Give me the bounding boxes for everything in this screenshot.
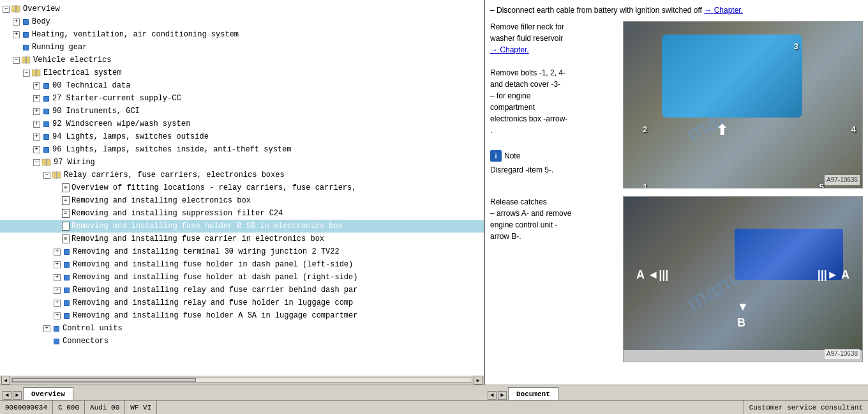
label-control-units: Control units: [63, 323, 123, 334]
label-removing-electronics: Removing and installing electronics box: [71, 195, 251, 206]
tree-item-removing-relay-luggage[interactable]: +Removing and installing relay and fuse …: [0, 296, 484, 309]
expand-icon-overview[interactable]: −: [3, 6, 10, 13]
diamond-icon-removing-fuse-dash-left: [62, 260, 71, 269]
label-97-wiring: 97 Wiring: [54, 157, 95, 168]
label-96-lights-in: 96 Lights, lamps, switches inside, anti-…: [52, 144, 291, 155]
tree-item-27-starter[interactable]: +27 Starter-current supply-CC: [0, 92, 484, 105]
expand-icon-removing-relay-dash[interactable]: +: [54, 287, 61, 294]
expand-icon-00-tech[interactable]: +: [33, 82, 40, 89]
hscroll-track[interactable]: [11, 378, 472, 383]
scroll-right-btn[interactable]: ►: [474, 376, 483, 385]
label-body: Body: [32, 16, 50, 27]
tree-item-90-instruments[interactable]: +90 Instruments, GCI: [0, 105, 484, 118]
expand-icon-removing-electronics[interactable]: [54, 197, 61, 204]
label-b: ▼B: [737, 299, 749, 331]
chapter-link-1[interactable]: → Chapter.: [704, 6, 743, 15]
label-removing-relay-dash: Removing and installing relay and fuse c…: [73, 284, 357, 296]
tree-item-control-units[interactable]: +Control units: [0, 322, 484, 335]
label-connectors: Connectors: [63, 335, 108, 347]
nav-arrow-doc-left[interactable]: ◄: [488, 391, 497, 400]
tree-item-removing-relay-dash[interactable]: +Removing and installing relay and fuse …: [0, 284, 484, 296]
expand-icon-overview-fitting[interactable]: [54, 184, 61, 192]
expand-icon-relay-carriers[interactable]: −: [43, 172, 50, 179]
tree-item-vehicle-electrics[interactable]: −Vehicle electrics: [0, 54, 484, 66]
tree-item-removing-terminal30[interactable]: +Removing and installing terminal 30 wir…: [0, 245, 484, 258]
expand-icon-96-lights-in[interactable]: +: [33, 146, 40, 153]
tree-item-connectors[interactable]: Connectors: [0, 335, 484, 348]
status-wf: WF VI: [130, 404, 151, 411]
expand-icon-removing-fuse-carrier[interactable]: [54, 235, 61, 243]
expand-icon-running-gear[interactable]: [13, 43, 20, 51]
tree-item-relay-carriers[interactable]: −Relay carriers, fuse carriers, electron…: [0, 169, 484, 181]
note-label: Note: [504, 150, 520, 162]
chapter-link-2[interactable]: → Chapter.: [490, 44, 618, 56]
label-running-gear: Running gear: [32, 42, 87, 53]
expand-icon-electrical-system[interactable]: −: [23, 70, 30, 77]
expand-icon-connectors[interactable]: [43, 337, 50, 345]
expand-icon-vehicle-electrics[interactable]: −: [13, 57, 20, 64]
scroll-left-btn[interactable]: ◄: [1, 376, 10, 385]
doc-icon-removing-fuse-carrier: ≡: [62, 234, 70, 243]
tree-item-removing-fuse-sb[interactable]: ≡Removing and installing fuse holder B S…: [0, 220, 484, 233]
tab-document[interactable]: Document: [508, 387, 558, 400]
diamond-icon-running-gear: [21, 43, 30, 52]
status-seg3: Audi 00: [85, 401, 125, 414]
label-a-right: |||► A: [818, 267, 849, 283]
text-release: Release catches: [490, 196, 618, 208]
intro-line: – Disconnect earth cable from battery wi…: [490, 5, 863, 16]
content-area: – Disconnect earth cable from battery wi…: [485, 0, 868, 385]
expand-icon-removing-fuse-dash-right[interactable]: +: [54, 274, 61, 281]
tree-item-removing-fuse-dash-right[interactable]: +Removing and installing fuse holder at …: [0, 271, 484, 284]
tree-item-removing-fuse-dash-left[interactable]: +Removing and installing fuse holder in …: [0, 258, 484, 271]
expand-icon-removing-relay-luggage[interactable]: +: [54, 300, 61, 307]
expand-icon-body[interactable]: +: [13, 19, 20, 26]
tree-item-96-lights-in[interactable]: +96 Lights, lamps, switches inside, anti…: [0, 143, 484, 156]
diamond-icon-00-tech: [41, 81, 50, 90]
arrow-up-img1: ⬆: [716, 121, 728, 141]
nav-arrow-right[interactable]: ►: [13, 391, 22, 400]
content-text-2: Release catches – arrows A- and remove e…: [490, 196, 618, 362]
label-removing-relay-luggage: Removing and installing relay and fuse h…: [73, 297, 353, 309]
expand-icon-92-windscreen[interactable]: +: [33, 121, 40, 128]
tree-item-electrical-system[interactable]: −Electrical system: [0, 66, 484, 79]
expand-icon-removing-terminal30[interactable]: +: [54, 249, 61, 256]
diamond-icon-removing-terminal30: [62, 247, 71, 256]
tree-item-overview-fitting[interactable]: ≡Overview of fitting locations - relay c…: [0, 181, 484, 194]
tree-item-97-wiring[interactable]: −97 Wiring: [0, 156, 484, 169]
expand-icon-removing-fuse-sa[interactable]: +: [54, 312, 61, 319]
text-electronics: electronics box -arrow-: [490, 113, 618, 125]
hscroll-thumb[interactable]: [12, 378, 196, 382]
expand-icon-94-lights-out[interactable]: +: [33, 134, 40, 141]
tree-item-removing-fuse-sa[interactable]: +Removing and installing fuse holder A S…: [0, 309, 484, 322]
doc-icon-removing-electronics: ≡: [62, 196, 70, 205]
expand-icon-removing-fuse-sb[interactable]: [54, 222, 61, 230]
tree-item-94-lights-out[interactable]: +94 Lights, lamps, switches outside: [0, 130, 484, 143]
expand-icon-27-starter[interactable]: +: [33, 95, 40, 102]
expand-icon-97-wiring[interactable]: −: [33, 159, 40, 166]
expand-icon-removing-suppression[interactable]: [54, 210, 61, 217]
tree-item-removing-electronics[interactable]: ≡Removing and installing electronics box: [0, 194, 484, 207]
expand-icon-90-instruments[interactable]: +: [33, 108, 40, 115]
bottom-tabs: ◄ ► Overview ◄ ► Document: [0, 385, 868, 400]
tree-item-00-tech[interactable]: +00 Technical data: [0, 79, 484, 92]
diamond-icon-body: [21, 17, 30, 26]
nav-arrow-left[interactable]: ◄: [3, 391, 11, 400]
engine-image-top: manuais.co 1 2 3 4 5 ⬆ A97-10636: [623, 21, 863, 188]
tree-item-overview[interactable]: −Overview: [0, 3, 484, 15]
nav-arrow-doc-right[interactable]: ►: [498, 391, 507, 400]
svg-rect-16: [44, 84, 49, 88]
label-4: 4: [851, 124, 856, 135]
expand-icon-hvac[interactable]: +: [13, 31, 20, 38]
tree-item-body[interactable]: +Body: [0, 15, 484, 28]
expand-icon-control-units[interactable]: +: [43, 325, 50, 332]
tree-item-92-windscreen[interactable]: +92 Windscreen wipe/wash system: [0, 118, 484, 130]
tree-item-hvac[interactable]: +Heating, ventilation, air conditioning …: [0, 28, 484, 41]
tab-overview[interactable]: Overview: [23, 387, 73, 400]
label-overview-fitting: Overview of fitting locations - relay ca…: [71, 182, 356, 194]
main-area: −Overview+Body+Heating, ventilation, air…: [0, 0, 868, 385]
status-code: 0000000034: [5, 404, 47, 411]
tree-item-removing-fuse-carrier[interactable]: ≡Removing and installing fuse carrier in…: [0, 233, 484, 245]
expand-icon-removing-fuse-dash-left[interactable]: +: [54, 261, 61, 268]
tree-item-running-gear[interactable]: Running gear: [0, 41, 484, 54]
tree-item-removing-suppression[interactable]: ≡Removing and installing suppression fil…: [0, 207, 484, 220]
